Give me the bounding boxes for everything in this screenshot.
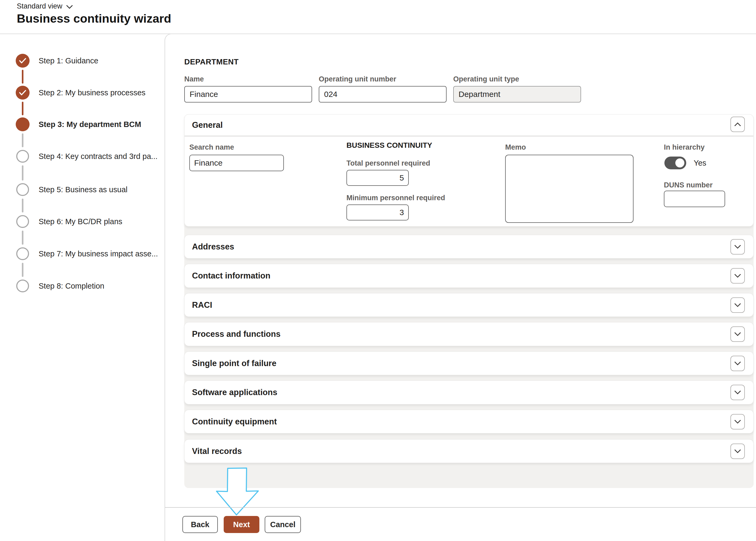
section-title: Software applications — [192, 388, 277, 397]
chevron-down-icon — [734, 420, 741, 424]
min-personnel-input[interactable] — [347, 205, 409, 221]
unit-number-field-label: Operating unit number — [319, 75, 446, 83]
wizard-main-panel: DEPARTMENT Name Operating unit number Op… — [165, 34, 756, 541]
section-title: General — [192, 120, 223, 130]
section-software-applications[interactable]: Software applications — [184, 380, 754, 404]
chevron-down-icon — [734, 449, 741, 453]
unit-type-field-label: Operating unit type — [453, 75, 581, 83]
step-connector — [22, 70, 23, 84]
chevron-down-icon — [734, 245, 741, 249]
step-completed-icon — [16, 86, 30, 100]
chevron-down-icon — [734, 361, 741, 365]
section-title: Process and functions — [192, 329, 281, 339]
in-hierarchy-toggle[interactable] — [664, 157, 686, 169]
section-contact-information[interactable]: Contact information — [184, 264, 754, 288]
sidebar-step-7[interactable]: Step 7: My business impact asse... — [16, 247, 158, 261]
view-selector[interactable]: Standard view — [17, 2, 73, 10]
total-personnel-label: Total personnel required — [347, 159, 430, 168]
step-connector — [22, 263, 23, 277]
sidebar-step-5[interactable]: Step 5: Business as usual — [16, 183, 128, 197]
section-title: RACI — [192, 300, 212, 310]
step-pending-icon — [16, 150, 29, 163]
unit-type-field-group: Operating unit type — [453, 75, 581, 103]
search-name-input[interactable] — [189, 155, 284, 171]
chevron-down-icon — [734, 390, 741, 394]
section-raci[interactable]: RACI — [184, 293, 754, 317]
footer-divider — [165, 507, 756, 508]
step-label: Step 2: My business processes — [39, 88, 145, 97]
fasttabs-container: General Search name BUSINESS CONTINUITY … — [184, 114, 754, 488]
toggle-knob — [675, 159, 684, 168]
section-title: Contact information — [192, 271, 271, 280]
duns-number-label: DUNS number — [664, 181, 713, 189]
step-label: Step 7: My business impact asse... — [39, 250, 158, 258]
sidebar-step-4[interactable]: Step 4: Key contracts and 3rd pa... — [16, 149, 158, 163]
sidebar-step-3[interactable]: Step 3: My department BCM — [16, 117, 141, 131]
wizard-steps-sidebar: Step 1: Guidance Step 2: My business pro… — [0, 34, 165, 541]
page-header: Standard view Business continuity wizard — [0, 0, 756, 34]
step-current-icon — [16, 117, 30, 131]
step-label: Step 8: Completion — [39, 282, 104, 290]
step-label: Step 3: My department BCM — [39, 120, 141, 129]
step-label: Step 6: My BC/DR plans — [39, 217, 122, 226]
section-vital-records[interactable]: Vital records — [184, 439, 754, 463]
operating-unit-type-input — [453, 86, 581, 103]
section-general: General Search name BUSINESS CONTINUITY … — [184, 114, 754, 227]
expand-single-point-of-failure-button[interactable] — [730, 356, 745, 371]
chevron-down-icon — [734, 332, 741, 336]
back-button[interactable]: Back — [182, 516, 218, 533]
step-completed-icon — [16, 54, 30, 68]
step-connector — [22, 102, 23, 115]
step-pending-icon — [16, 247, 29, 260]
cancel-button[interactable]: Cancel — [265, 516, 301, 533]
section-title: Vital records — [192, 446, 242, 456]
section-addresses[interactable]: Addresses — [184, 235, 754, 259]
search-name-label: Search name — [189, 143, 234, 152]
chevron-down-icon — [734, 274, 741, 278]
section-process-and-functions[interactable]: Process and functions — [184, 322, 754, 346]
operating-unit-number-input[interactable] — [319, 86, 446, 103]
section-title: Addresses — [192, 242, 234, 252]
section-general-header[interactable]: General — [185, 115, 753, 136]
sidebar-step-1[interactable]: Step 1: Guidance — [16, 54, 98, 68]
memo-textarea[interactable] — [505, 155, 633, 223]
min-personnel-label: Minimum personnel required — [347, 194, 445, 202]
section-title: Single point of failure — [192, 359, 277, 368]
step-pending-icon — [16, 183, 29, 196]
section-continuity-equipment[interactable]: Continuity equipment — [184, 410, 754, 433]
page-title: Business continuity wizard — [17, 12, 171, 26]
unit-number-field-group: Operating unit number — [319, 75, 446, 103]
step-connector — [22, 165, 23, 181]
name-input[interactable] — [184, 86, 312, 103]
name-field-label: Name — [184, 75, 312, 83]
expand-addresses-button[interactable] — [730, 239, 745, 255]
chevron-up-icon — [734, 122, 741, 127]
sidebar-step-8[interactable]: Step 8: Completion — [16, 279, 104, 293]
chevron-down-icon — [734, 303, 741, 307]
memo-label: Memo — [505, 143, 526, 152]
expand-process-and-functions-button[interactable] — [730, 326, 745, 342]
expand-software-applications-button[interactable] — [730, 385, 745, 400]
step-pending-icon — [16, 279, 29, 292]
collapse-general-button[interactable] — [730, 117, 745, 132]
expand-continuity-equipment-button[interactable] — [730, 414, 745, 429]
section-single-point-of-failure[interactable]: Single point of failure — [184, 351, 754, 375]
step-connector — [22, 199, 23, 213]
step-connector — [22, 231, 23, 245]
expand-vital-records-button[interactable] — [730, 443, 745, 459]
duns-number-input[interactable] — [664, 191, 725, 207]
name-field-group: Name — [184, 75, 312, 103]
in-hierarchy-value: Yes — [694, 159, 706, 168]
chevron-down-icon — [66, 5, 73, 9]
total-personnel-input[interactable] — [347, 170, 409, 186]
sidebar-step-2[interactable]: Step 2: My business processes — [16, 86, 145, 100]
step-label: Step 4: Key contracts and 3rd pa... — [39, 152, 158, 161]
business-continuity-label: BUSINESS CONTINUITY — [347, 141, 432, 150]
sidebar-step-6[interactable]: Step 6: My BC/DR plans — [16, 215, 122, 229]
expand-raci-button[interactable] — [730, 297, 745, 313]
department-section-label: DEPARTMENT — [184, 58, 239, 66]
next-button[interactable]: Next — [224, 516, 259, 533]
step-label: Step 5: Business as usual — [39, 185, 128, 194]
section-title: Continuity equipment — [192, 417, 277, 426]
expand-contact-information-button[interactable] — [730, 268, 745, 283]
